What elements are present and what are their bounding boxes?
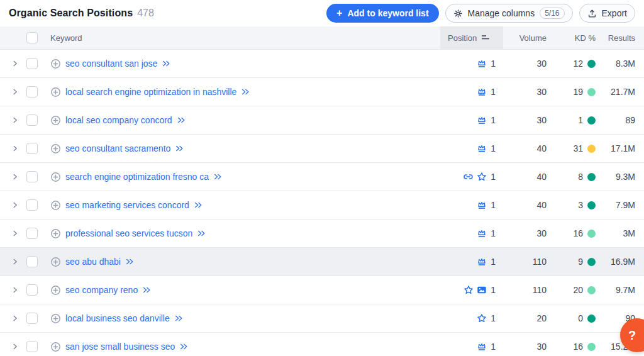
crown-icon — [477, 200, 487, 210]
kd-value: 20 — [573, 285, 583, 295]
keyword-link[interactable]: seo marketing services concord — [65, 200, 189, 210]
double-chevron-icon[interactable] — [197, 229, 206, 238]
row-checkbox[interactable] — [26, 341, 38, 352]
results-value: 89 — [625, 115, 635, 125]
expand-row-button[interactable] — [4, 342, 26, 351]
column-header-position[interactable]: Position — [440, 26, 503, 49]
volume-cell: 30 — [503, 115, 550, 125]
serp-feature-icons — [477, 342, 487, 352]
position-value: 1 — [491, 87, 496, 97]
expand-row-button[interactable] — [4, 286, 26, 294]
serp-feature-icons — [477, 58, 487, 69]
double-chevron-icon[interactable] — [241, 87, 250, 96]
double-chevron-icon[interactable] — [174, 314, 184, 323]
crown-icon — [477, 257, 487, 267]
column-header-volume[interactable]: Volume — [503, 26, 550, 49]
column-header-results[interactable]: Results — [597, 26, 635, 49]
row-checkbox[interactable] — [26, 256, 38, 267]
add-keyword-icon[interactable] — [50, 87, 61, 97]
add-keyword-icon[interactable] — [50, 313, 61, 324]
table-header: Keyword Position Volume KD % Results — [0, 26, 644, 50]
expand-row-button[interactable] — [4, 172, 26, 181]
double-chevron-icon[interactable] — [162, 59, 171, 68]
results-value: 9.7M — [616, 285, 635, 295]
column-header-kd[interactable]: KD % — [550, 26, 597, 49]
volume-cell: 110 — [503, 257, 550, 267]
expand-row-button[interactable] — [4, 314, 26, 323]
double-chevron-icon[interactable] — [142, 286, 152, 294]
double-chevron-icon[interactable] — [213, 172, 223, 181]
kd-dot — [587, 230, 596, 238]
add-to-keyword-list-button[interactable]: + Add to keyword list — [326, 4, 438, 23]
export-button[interactable]: Export — [579, 4, 635, 23]
gear-icon — [453, 9, 463, 18]
select-all-checkbox[interactable] — [26, 32, 38, 43]
double-chevron-icon[interactable] — [194, 201, 203, 209]
kd-value: 8 — [578, 172, 583, 182]
row-checkbox[interactable] — [26, 86, 38, 97]
keyword-link[interactable]: local business seo danville — [65, 313, 170, 323]
row-checkbox[interactable] — [26, 313, 38, 324]
add-keyword-icon[interactable] — [50, 257, 61, 267]
expand-row-button[interactable] — [4, 87, 26, 96]
volume-cell: 30 — [503, 342, 550, 352]
kd-dot — [587, 258, 596, 266]
add-keyword-icon[interactable] — [50, 200, 61, 211]
add-keyword-icon[interactable] — [50, 143, 61, 154]
add-keyword-icon[interactable] — [50, 342, 61, 352]
add-keyword-icon[interactable] — [50, 285, 61, 296]
kd-dot — [587, 145, 596, 153]
star-icon — [477, 313, 487, 323]
keyword-link[interactable]: local search engine optimization in nash… — [65, 87, 236, 97]
row-checkbox-cell — [26, 143, 43, 154]
table-row: local business seo danville 1 20 0 90 — [0, 304, 644, 333]
page-header: Organic Search Positions 478 + Add to ke… — [0, 0, 644, 26]
keyword-link[interactable]: search engine optimization fresno ca — [65, 172, 209, 182]
kd-cell: 0 — [550, 313, 597, 323]
keyword-link[interactable]: san jose small business seo — [65, 342, 175, 352]
crown-icon — [477, 115, 487, 125]
keyword-link[interactable]: seo abu dhabi — [65, 257, 121, 267]
volume-cell: 30 — [503, 58, 550, 69]
kd-dot — [587, 88, 596, 96]
keyword-link[interactable]: seo consultant sacramento — [65, 143, 170, 153]
double-chevron-icon[interactable] — [125, 257, 135, 266]
row-checkbox[interactable] — [26, 228, 38, 239]
double-chevron-icon[interactable] — [175, 144, 184, 153]
position-cell: 1 — [440, 228, 503, 238]
keyword-link[interactable]: professional seo services tucson — [65, 228, 192, 238]
row-checkbox[interactable] — [26, 171, 38, 182]
kd-cell: 16 — [550, 342, 597, 352]
keyword-link[interactable]: seo company reno — [65, 285, 138, 295]
kd-value: 0 — [578, 313, 583, 323]
expand-row-button[interactable] — [4, 229, 26, 238]
keyword-link[interactable]: local seo company concord — [65, 115, 172, 125]
add-keyword-icon[interactable] — [50, 58, 61, 69]
position-cell: 1 — [440, 200, 503, 210]
expand-row-button[interactable] — [4, 59, 26, 68]
manage-columns-button[interactable]: Manage columns 5/16 — [445, 4, 573, 23]
double-chevron-icon[interactable] — [179, 342, 189, 351]
row-checkbox[interactable] — [26, 58, 38, 69]
double-chevron-icon[interactable] — [177, 116, 186, 125]
add-keyword-icon[interactable] — [50, 115, 61, 126]
row-checkbox[interactable] — [26, 284, 38, 296]
results-cell: 21.7M — [597, 87, 635, 97]
row-checkbox[interactable] — [26, 199, 38, 211]
position-cell: 1 — [440, 342, 503, 352]
row-checkbox[interactable] — [26, 114, 38, 126]
position-value: 1 — [491, 58, 496, 69]
expand-row-button[interactable] — [4, 116, 26, 125]
add-keyword-icon[interactable] — [50, 172, 61, 182]
expand-row-button[interactable] — [4, 144, 26, 153]
keyword-cell: seo consultant san jose — [43, 58, 440, 69]
keyword-link[interactable]: seo consultant san jose — [65, 58, 157, 69]
position-cell: 1 — [440, 313, 503, 323]
table-row: local search engine optimization in nash… — [0, 78, 644, 106]
expand-row-button[interactable] — [4, 201, 26, 209]
kd-cell: 1 — [550, 115, 597, 125]
chevron-right-icon — [11, 229, 19, 238]
add-keyword-icon[interactable] — [50, 228, 61, 239]
expand-row-button[interactable] — [4, 257, 26, 266]
row-checkbox[interactable] — [26, 143, 38, 154]
